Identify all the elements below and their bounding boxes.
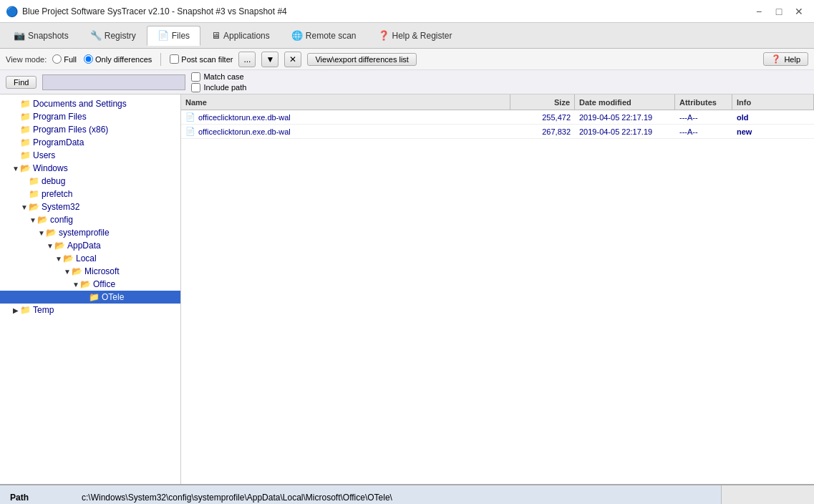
tree-item-config[interactable]: ▼ 📂 config xyxy=(0,213,180,226)
file-name-2: 📄 officeclicktorun.exe.db-wal xyxy=(181,127,510,136)
include-path-checkbox[interactable]: Include path xyxy=(191,83,246,92)
search-input[interactable] xyxy=(42,74,185,90)
tree-item-label: Microsoft xyxy=(84,266,120,276)
expand-icon: ▼ xyxy=(63,268,72,276)
tree-item-label: Program Files (x86) xyxy=(33,125,108,135)
file-row-1[interactable]: 📄 officeclicktorun.exe.db-wal 255,472 20… xyxy=(181,110,814,125)
window-title: Blue Project Software SysTracer v2.10 - … xyxy=(22,6,287,16)
col-header-attributes[interactable]: Attributes xyxy=(675,94,732,110)
radio-only-differences[interactable]: Only differences xyxy=(84,54,152,64)
tab-files-label: Files xyxy=(172,31,190,41)
tab-help-register[interactable]: ❓ Help & Register xyxy=(367,26,463,46)
title-bar: 🔵 Blue Project Software SysTracer v2.10 … xyxy=(0,0,814,23)
folder-icon-open: 📂 xyxy=(63,253,74,263)
tab-remote-scan[interactable]: 🌐 Remote scan xyxy=(281,26,367,46)
tree-item-label: systemprofile xyxy=(59,228,110,238)
bottom-panel: Path c:\Windows\System32\config\systempr… xyxy=(0,484,814,504)
tree-item-systemprofile[interactable]: ▼ 📂 systemprofile xyxy=(0,226,180,239)
tree-item-temp[interactable]: ▶ 📁 Temp xyxy=(0,304,180,316)
clear-filter-btn[interactable]: ✕ xyxy=(284,52,301,67)
radio-full[interactable]: Full xyxy=(52,54,77,64)
tree-item-program-files[interactable]: 📁 Program Files xyxy=(0,110,180,123)
tree-item-microsoft[interactable]: ▼ 📂 Microsoft xyxy=(0,265,180,278)
registry-icon: 🔧 xyxy=(90,30,102,41)
file-row-2[interactable]: 📄 officeclicktorun.exe.db-wal 267,832 20… xyxy=(181,125,814,139)
file-info-2: new xyxy=(732,127,814,136)
match-case-label: Match case xyxy=(203,72,243,81)
help-label: Help xyxy=(784,55,800,64)
match-case-input[interactable] xyxy=(191,72,200,82)
file-date-1: 2019-04-05 22:17.19 xyxy=(575,113,675,122)
tree-item-windows[interactable]: ▼ 📂 Windows xyxy=(0,162,180,175)
help-register-icon: ❓ xyxy=(378,30,389,41)
snapshots-icon: 📷 xyxy=(14,30,25,41)
tab-bar: 📷 Snapshots 🔧 Registry 📄 Files 🖥 Applica… xyxy=(0,23,814,49)
tree-item-label: Program Files xyxy=(33,112,87,122)
include-path-input[interactable] xyxy=(191,83,200,92)
col-header-size[interactable]: Size xyxy=(510,94,575,110)
folder-icon: 📁 xyxy=(20,112,31,122)
tab-registry[interactable]: 🔧 Registry xyxy=(79,26,147,46)
tree-item-appdata[interactable]: ▼ 📂 AppData xyxy=(0,239,180,252)
tab-snapshots-label: Snapshots xyxy=(28,31,69,41)
post-scan-filter-checkbox[interactable]: Post scan filter xyxy=(170,54,233,64)
file-icon-1: 📄 xyxy=(185,112,195,122)
file-header: Name Size Date modified Attributes Info xyxy=(181,94,814,110)
tree-item-label: System32 xyxy=(42,202,79,212)
tree-item-program-files-x86[interactable]: 📁 Program Files (x86) xyxy=(0,123,180,136)
tab-help-register-label: Help & Register xyxy=(392,31,452,41)
path-label: Path xyxy=(10,493,82,503)
tree-item-programdata[interactable]: 📁 ProgramData xyxy=(0,136,180,149)
folder-icon: 📁 xyxy=(29,189,39,199)
tree-item-office[interactable]: ▼ 📂 Office xyxy=(0,278,180,291)
view-export-btn[interactable]: View\export differences list xyxy=(307,53,416,66)
help-btn[interactable]: ❓ Help xyxy=(763,52,808,66)
tree-item-label: prefetch xyxy=(42,189,72,199)
minimize-button[interactable]: − xyxy=(750,3,768,20)
file-list: 📄 officeclicktorun.exe.db-wal 255,472 20… xyxy=(181,110,814,139)
tree-item-label: OTele xyxy=(102,292,124,302)
post-scan-filter-btn[interactable]: ... xyxy=(238,52,256,67)
tree-item-system32[interactable]: ▼ 📂 System32 xyxy=(0,200,180,213)
tree-item-users[interactable]: 📁 Users xyxy=(0,149,180,162)
folder-icon-open: 📂 xyxy=(80,279,91,289)
radio-full-input[interactable] xyxy=(52,54,62,64)
tab-files[interactable]: 📄 Files xyxy=(147,26,200,46)
tree-item-local[interactable]: ▼ 📂 Local xyxy=(0,252,180,265)
window-controls: − □ ✕ xyxy=(750,3,808,20)
col-header-info[interactable]: Info xyxy=(732,94,814,110)
tree-item-label: debug xyxy=(42,176,65,186)
include-path-label: Include path xyxy=(203,83,246,92)
radio-only-differences-input[interactable] xyxy=(84,54,93,64)
tree-item-label: AppData xyxy=(67,241,101,251)
close-button[interactable]: ✕ xyxy=(790,3,808,20)
tree-item-otele[interactable]: 📁 OTele xyxy=(0,291,180,304)
maximize-button[interactable]: □ xyxy=(770,3,788,20)
remote-scan-icon: 🌐 xyxy=(291,30,303,41)
expand-icon: ▶ xyxy=(11,306,20,314)
tab-snapshots[interactable]: 📷 Snapshots xyxy=(3,26,79,46)
tree-panel[interactable]: 📁 Documents and Settings 📁 Program Files… xyxy=(0,94,181,484)
find-button[interactable]: Find xyxy=(6,76,37,89)
expand-icon: ▼ xyxy=(46,242,54,250)
tree-item-debug[interactable]: 📁 debug xyxy=(0,175,180,188)
col-header-name[interactable]: Name xyxy=(181,94,510,110)
folder-icon: 📁 xyxy=(20,99,31,109)
tab-applications-label: Applications xyxy=(223,31,270,41)
tab-applications[interactable]: 🖥 Applications xyxy=(200,26,281,46)
col-header-date[interactable]: Date modified xyxy=(575,94,675,110)
match-case-checkbox[interactable]: Match case xyxy=(191,72,246,82)
tree-item-documents-and-settings[interactable]: 📁 Documents and Settings xyxy=(0,97,180,110)
help-icon: ❓ xyxy=(771,54,781,64)
folder-icon: 📁 xyxy=(29,176,39,186)
tree-item-label: Windows xyxy=(33,163,68,173)
folder-icon-open: 📂 xyxy=(37,215,48,225)
tree-item-prefetch[interactable]: 📁 prefetch xyxy=(0,188,180,200)
title-bar-content: 🔵 Blue Project Software SysTracer v2.10 … xyxy=(6,6,287,17)
expand-icon: ▼ xyxy=(37,229,46,237)
info-path-row: Path c:\Windows\System32\config\systempr… xyxy=(10,493,711,503)
file-icon-2: 📄 xyxy=(185,127,195,136)
post-scan-filter-input[interactable] xyxy=(170,54,179,64)
filter-btn[interactable]: ▼ xyxy=(261,52,278,67)
tree-item-label: Temp xyxy=(33,305,54,315)
